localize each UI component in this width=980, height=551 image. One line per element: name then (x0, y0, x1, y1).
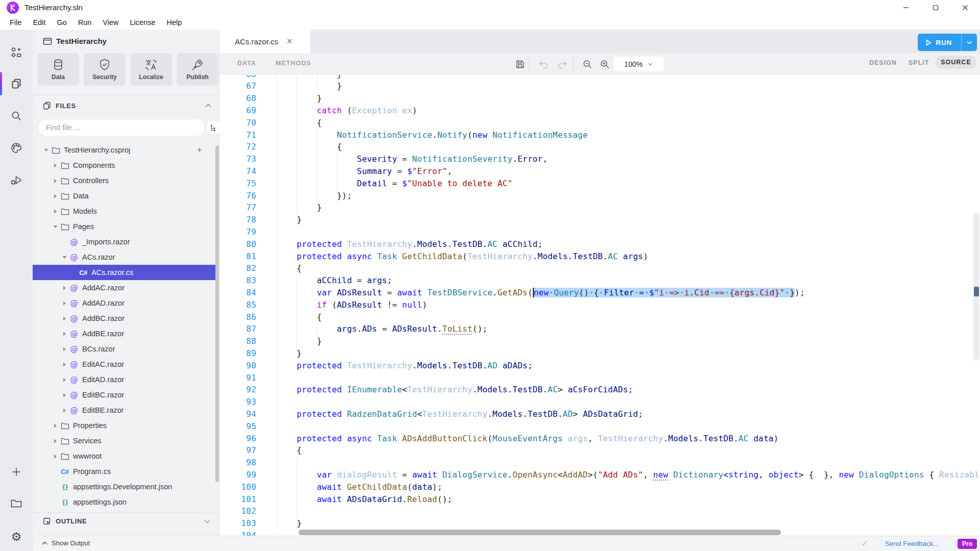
code-line-76[interactable]: 76 }); (219, 190, 980, 202)
rail-create-button[interactable] (0, 39, 33, 66)
code-line-66[interactable]: 66 } (219, 75, 980, 80)
expand-chevron-icon[interactable] (204, 519, 210, 523)
code-line-93[interactable]: 93 (219, 396, 980, 408)
outline-section-header[interactable]: OUTLINE (33, 512, 219, 530)
chevron-right-icon[interactable] (60, 285, 68, 291)
code-line-94[interactable]: 94 protected RadzenDataGrid<TestHierarch… (219, 408, 980, 420)
tree-item-bcs-razor[interactable]: @BCs.razor (33, 341, 215, 357)
tree-item-testhierarchy-csproj[interactable]: TestHierarchy.csproj+ (33, 142, 215, 158)
rail-open-folder-button[interactable] (0, 490, 33, 516)
code-line-95[interactable]: 95 (219, 420, 980, 433)
code-line-81[interactable]: 81 protected async Task GetChildData(Tes… (219, 251, 980, 263)
zoom-out-icon[interactable] (581, 58, 594, 71)
pro-badge[interactable]: Pro (958, 539, 977, 549)
chevron-right-icon[interactable] (51, 423, 59, 429)
tree-item-addbc-razor[interactable]: @AddBC.razor (33, 311, 215, 326)
code-line-97[interactable]: 97 { (219, 444, 980, 457)
mode-design[interactable]: DESIGN (869, 59, 897, 66)
collapse-chevron-icon[interactable] (205, 104, 211, 108)
code-line-80[interactable]: 80 protected TestHierarchy.Models.TestDB… (219, 238, 980, 251)
chevron-right-icon[interactable] (60, 408, 68, 413)
chevron-right-icon[interactable] (51, 454, 59, 459)
code-line-100[interactable]: 100 await GetChildData(data); (219, 481, 980, 493)
chevron-right-icon[interactable] (51, 209, 59, 214)
code-line-98[interactable]: 98 (219, 457, 980, 469)
tree-item-addbe-razor[interactable]: @AddBE.razor (33, 326, 215, 341)
chevron-right-icon[interactable] (60, 362, 68, 367)
code-line-82[interactable]: 82 { (219, 262, 980, 274)
code-line-103[interactable]: 103 } (219, 517, 980, 530)
code-line-96[interactable]: 96 protected async Task ADsAddButtonClic… (219, 433, 980, 445)
tree-item-properties[interactable]: Properties (33, 418, 215, 433)
code-line-71[interactable]: 71 NotificationService.Notify(new Notifi… (219, 129, 980, 141)
code-line-67[interactable]: 67 } (219, 80, 980, 92)
code-line-68[interactable]: 68 } (219, 92, 980, 105)
code-line-92[interactable]: 92 protected IEnumerable<TestHierarchy.M… (219, 384, 980, 396)
code-line-75[interactable]: 75 Detail = $"Unable to delete AC" (219, 178, 980, 190)
menu-item-view[interactable]: View (97, 17, 124, 28)
tree-item-services[interactable]: Services (33, 433, 215, 448)
mode-split[interactable]: SPLIT (909, 59, 929, 66)
tab-methods[interactable]: METHODS (276, 60, 311, 67)
tree-item-program-cs[interactable]: C#Program.cs (33, 464, 215, 479)
tree-item-components[interactable]: Components (33, 158, 215, 173)
chevron-right-icon[interactable] (51, 193, 59, 199)
tab-close-icon[interactable]: ✕ (286, 37, 293, 46)
files-section-header[interactable]: FILES (43, 100, 211, 111)
tree-item-editac-razor[interactable]: @EditAC.razor (33, 357, 215, 372)
tree-item-wwwroot[interactable]: wwwroot (33, 448, 215, 464)
tree-item-models[interactable]: Models (33, 204, 215, 219)
publish-button[interactable]: Publish (177, 53, 218, 86)
tree-item-addac-razor[interactable]: @AddAC.razor (33, 280, 215, 295)
chevron-down-icon[interactable] (42, 148, 50, 153)
rail-debug-button[interactable] (0, 167, 33, 193)
code-line-86[interactable]: 86 { (219, 311, 980, 323)
send-feedback-link[interactable]: Send Feedback... (885, 540, 939, 547)
chevron-down-icon[interactable] (51, 224, 59, 229)
chevron-right-icon[interactable] (60, 392, 68, 398)
tree-view-toggle-icon[interactable] (207, 121, 219, 134)
code-line-74[interactable]: 74 Summary = $"Error", (219, 165, 980, 178)
code-line-69[interactable]: 69 catch (Exception ex) (219, 105, 980, 117)
run-dropdown-icon[interactable] (962, 41, 977, 44)
chevron-right-icon[interactable] (60, 331, 68, 337)
rail-settings-button[interactable]: ⚙ (0, 523, 33, 550)
tab-data[interactable]: DATA (237, 60, 256, 67)
menu-item-run[interactable]: Run (72, 17, 97, 28)
tree-item-pages[interactable]: Pages (33, 219, 215, 234)
code-line-70[interactable]: 70 { (219, 117, 980, 129)
code-line-88[interactable]: 88 } (219, 335, 980, 347)
code-line-72[interactable]: 72 { (219, 141, 980, 153)
chevron-right-icon[interactable] (60, 346, 68, 352)
rail-add-button[interactable] (0, 459, 33, 485)
run-button[interactable]: RUN (918, 34, 977, 51)
tree-item-editbe-razor[interactable]: @EditBE.razor (33, 403, 215, 418)
chevron-right-icon[interactable] (51, 438, 59, 444)
code-line-83[interactable]: 83 aCChild = args; (219, 274, 980, 287)
save-icon[interactable] (513, 58, 527, 71)
chevron-right-icon[interactable] (51, 163, 59, 168)
find-file-input[interactable] (39, 119, 204, 136)
zoom-level-select[interactable]: 100% (614, 57, 664, 71)
code-line-90[interactable]: 90 protected TestHierarchy.Models.TestDB… (219, 360, 980, 372)
chevron-down-icon[interactable] (60, 255, 68, 260)
tree-item-editad-razor[interactable]: @EditAD.razor (33, 372, 215, 387)
chevron-right-icon[interactable] (60, 377, 68, 383)
code-line-104[interactable]: 104 (219, 530, 980, 536)
code-line-87[interactable]: 87 args.ADs = ADsResult.ToList(); (219, 323, 980, 335)
tree-item-acs-razor-cs[interactable]: C#ACs.razor.cs (33, 265, 215, 280)
code-line-99[interactable]: 99 var dialogResult = await DialogServic… (219, 469, 980, 481)
maximize-icon[interactable] (921, 0, 950, 15)
tree-item-addad-razor[interactable]: @AddAD.razor (33, 295, 215, 311)
data-button[interactable]: Data (37, 53, 79, 86)
chevron-right-icon[interactable] (60, 300, 68, 306)
rail-search-button[interactable] (0, 103, 33, 129)
menu-item-help[interactable]: Help (161, 17, 187, 28)
rail-design-button[interactable] (0, 135, 33, 161)
tree-item-controllers[interactable]: Controllers (33, 173, 215, 188)
code-line-85[interactable]: 85 if (ADsResult != null) (219, 299, 980, 311)
panel-scrollbar[interactable] (215, 145, 219, 482)
code-line-89[interactable]: 89 } (219, 347, 980, 360)
zoom-in-icon[interactable] (598, 58, 611, 71)
chevron-right-icon[interactable] (60, 316, 68, 321)
